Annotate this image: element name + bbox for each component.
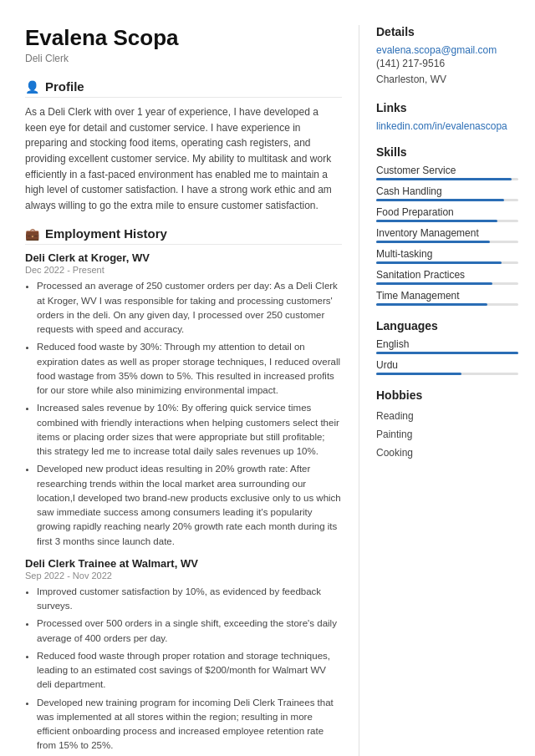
hobby-item: Cooking <box>376 444 518 463</box>
skill-item: Customer Service <box>376 165 518 180</box>
skill-bar-bg <box>376 199 518 201</box>
candidate-title: Deli Clerk <box>25 53 342 64</box>
skill-name: Food Preparation <box>376 206 518 218</box>
hobby-item: Painting <box>376 426 518 444</box>
phone-text: (141) 217-9516 <box>376 56 518 72</box>
skill-bar-fill <box>376 303 487 306</box>
languages-section-title: Languages <box>376 319 518 332</box>
skill-bar-fill <box>376 241 490 243</box>
skill-name: Time Management <box>376 290 518 302</box>
language-name: English <box>376 338 518 350</box>
email-link[interactable]: evalena.scopa@gmail.com <box>376 44 518 56</box>
resume-header: Evalena Scopa Deli Clerk <box>25 25 342 64</box>
linkedin-link[interactable]: linkedin.com/in/evalenascopa <box>376 120 518 132</box>
language-bar-bg <box>376 373 518 375</box>
skill-item: Time Management <box>376 290 518 306</box>
skill-bar-bg <box>376 220 518 222</box>
profile-icon: 👤 <box>25 80 39 94</box>
language-item: Urdu <box>376 359 518 375</box>
language-item: English <box>376 338 518 354</box>
bullet: Reduced food waste through proper rotati… <box>37 649 342 693</box>
language-bar-fill <box>376 352 518 354</box>
bullet: Improved customer satisfaction by 10%, a… <box>37 585 342 614</box>
bullet: Developed new product ideas resulting in… <box>37 462 342 549</box>
skill-name: Cash Handling <box>376 185 518 197</box>
skills-section: Skills Customer Service Cash Handling Fo… <box>376 145 518 306</box>
links-section: Links linkedin.com/in/evalenascopa <box>376 101 518 132</box>
job-date-1: Sep 2022 - Nov 2022 <box>25 571 342 581</box>
profile-section: 👤 Profile As a Deli Clerk with over 1 ye… <box>25 79 342 213</box>
skill-item: Inventory Management <box>376 227 518 243</box>
language-name: Urdu <box>376 359 518 371</box>
employment-section-title: 💼 Employment History <box>25 226 342 245</box>
employment-section: 💼 Employment History Deli Clerk at Kroge… <box>25 226 342 753</box>
bullet: Increased sales revenue by 10%: By offer… <box>37 401 342 459</box>
profile-text: As a Deli Clerk with over 1 year of expe… <box>25 104 342 213</box>
job-title-1: Deli Clerk Trainee at Walmart, WV <box>25 557 342 570</box>
skill-name: Multi-tasking <box>376 248 518 260</box>
candidate-name: Evalena Scopa <box>25 25 342 51</box>
skill-bar-bg <box>376 303 518 306</box>
language-bar-fill <box>376 373 461 375</box>
skill-bar-fill <box>376 178 512 180</box>
location-text: Charleston, WV <box>376 72 518 88</box>
skill-item: Cash Handling <box>376 185 518 201</box>
hobbies-list: ReadingPaintingCooking <box>376 408 518 462</box>
job-entry-0: Deli Clerk at Kroger, WV Dec 2022 - Pres… <box>25 251 342 549</box>
skill-item: Food Preparation <box>376 206 518 222</box>
skill-name: Sanitation Practices <box>376 269 518 281</box>
skills-section-title: Skills <box>376 145 518 159</box>
skills-list: Customer Service Cash Handling Food Prep… <box>376 165 518 306</box>
employment-icon: 💼 <box>25 227 39 241</box>
skill-name: Customer Service <box>376 165 518 176</box>
skill-bar-fill <box>376 282 492 285</box>
job-title-0: Deli Clerk at Kroger, WV <box>25 251 342 264</box>
language-bar-bg <box>376 352 518 354</box>
skill-bar-fill <box>376 220 497 222</box>
hobby-item: Reading <box>376 408 518 426</box>
hobbies-section: Hobbies ReadingPaintingCooking <box>376 388 518 462</box>
skill-bar-fill <box>376 199 504 201</box>
bullet: Developed new training program for incom… <box>37 696 342 753</box>
skill-name: Inventory Management <box>376 227 518 239</box>
skill-item: Multi-tasking <box>376 248 518 264</box>
links-section-title: Links <box>376 101 518 114</box>
bullet: Processed an average of 250 customer ord… <box>37 279 342 337</box>
job-date-0: Dec 2022 - Present <box>25 265 342 275</box>
skill-bar-bg <box>376 241 518 243</box>
bullet: Reduced food waste by 30%: Through my at… <box>37 340 342 398</box>
profile-section-title: 👤 Profile <box>25 79 342 98</box>
skill-bar-bg <box>376 178 518 180</box>
hobbies-section-title: Hobbies <box>376 388 518 402</box>
skill-item: Sanitation Practices <box>376 269 518 285</box>
skill-bar-bg <box>376 261 518 264</box>
job-bullets-0: Processed an average of 250 customer ord… <box>37 279 342 549</box>
languages-section: Languages English Urdu <box>376 319 518 375</box>
job-bullets-1: Improved customer satisfaction by 10%, a… <box>37 585 342 753</box>
bullet: Processed over 500 orders in a single sh… <box>37 616 342 646</box>
skill-bar-bg <box>376 282 518 285</box>
details-section: Details evalena.scopa@gmail.com (141) 21… <box>376 25 518 88</box>
details-section-title: Details <box>376 25 518 38</box>
job-entry-1: Deli Clerk Trainee at Walmart, WV Sep 20… <box>25 557 342 753</box>
languages-list: English Urdu <box>376 338 518 375</box>
skill-bar-fill <box>376 261 502 264</box>
